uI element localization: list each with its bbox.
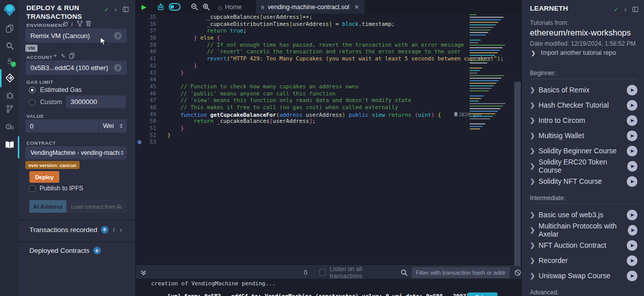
play-tutorial-button[interactable]: ▶	[627, 130, 637, 141]
custom-gas-option[interactable]: Custom	[29, 98, 62, 106]
gutter-margin[interactable]	[136, 111, 143, 118]
terminal-filter-input[interactable]	[412, 267, 510, 278]
file-explorer-icon[interactable]	[0, 24, 19, 33]
import-tutorial-row[interactable]: ❯ Import another tutorial repo	[531, 49, 616, 56]
gutter-margin[interactable]	[136, 125, 143, 132]
tutorial-item[interactable]: ❯Uniswap Swap Course▶	[530, 268, 637, 283]
tutorial-item[interactable]: ❯Multisig Wallet▶	[530, 128, 637, 143]
copy-account-icon[interactable]	[69, 53, 75, 59]
zoom-out-icon[interactable]	[191, 3, 198, 11]
learneth-book-icon[interactable]	[0, 141, 19, 149]
value-input[interactable]	[25, 119, 98, 133]
zoom-in-icon[interactable]	[202, 3, 210, 11]
deployed-contracts-row[interactable]: Deployed Contracts 0	[29, 247, 101, 254]
play-tutorial-button[interactable]: ▶	[627, 115, 637, 126]
gutter-margin[interactable]	[136, 42, 143, 49]
settings-icon[interactable]: ⚙⚙	[0, 122, 19, 131]
search-icon[interactable]	[0, 42, 19, 50]
learneth-pin-icon[interactable]	[632, 7, 638, 12]
ai-copilot-toggle[interactable]	[169, 3, 181, 11]
tutorial-item[interactable]: ❯Basics of Remix▶	[530, 82, 637, 97]
gutter-margin[interactable]	[136, 118, 143, 125]
gutter-margin[interactable]	[136, 14, 143, 21]
home-tab[interactable]: Home	[225, 4, 241, 11]
editor-minimap[interactable]	[468, 14, 513, 136]
debug-button[interactable]: Debug	[468, 292, 497, 296]
estimated-gas-radio[interactable]	[29, 87, 35, 93]
tutorial-item[interactable]: ❯Solidity ERC20 Token Course▶	[530, 158, 637, 174]
at-address-input[interactable]	[66, 200, 127, 213]
gutter-margin[interactable]	[136, 55, 143, 62]
environment-select[interactable]: Remix VM (Cancun)	[25, 28, 127, 43]
close-tab-icon[interactable]: ✕	[354, 4, 360, 11]
git-icon[interactable]	[0, 105, 19, 113]
gutter-margin[interactable]	[136, 90, 143, 97]
delete-state-trash-icon[interactable]	[86, 20, 91, 26]
gutter-margin[interactable]	[136, 132, 143, 139]
gutter-margin[interactable]	[136, 97, 143, 104]
play-tutorial-button[interactable]: ▶	[628, 225, 637, 236]
gutter-margin[interactable]	[136, 35, 143, 42]
tutorial-item[interactable]: ❯Solidity NFT Course▶	[530, 174, 637, 189]
tutorial-item[interactable]: ❯Multichain Protocols with Axelar▶	[530, 222, 637, 238]
panel-collapse-icon[interactable]: ›	[115, 6, 117, 13]
transactions-recorded-row[interactable]: Transactions recorded 0 i ›	[29, 225, 115, 234]
account-select[interactable]: 0x5B3...eddC4 (100 ether)	[25, 60, 127, 75]
vertical-scrollbar-thumb[interactable]	[514, 82, 521, 296]
edit-account-icon[interactable]: ✎	[61, 53, 65, 59]
publish-ipfs-checkbox[interactable]	[29, 185, 35, 192]
contract-select[interactable]: VendingMachine - vending-machin	[25, 146, 127, 159]
expand-terminal-icon[interactable]	[140, 270, 147, 276]
play-tutorial-button[interactable]: ▶	[627, 85, 637, 95]
breakpoint-dot[interactable]	[136, 139, 143, 146]
deploy-and-run-icon[interactable]	[0, 73, 19, 83]
solidity-compiler-icon[interactable]: S ✓	[0, 57, 19, 66]
custom-gas-radio[interactable]	[29, 99, 35, 106]
transactions-info-icon[interactable]: i	[113, 225, 115, 234]
value-unit-select[interactable]: Wei	[98, 119, 127, 133]
play-tutorial-button[interactable]: ▶	[627, 210, 637, 220]
play-tutorial-button[interactable]: ▶	[627, 271, 637, 281]
home-icon[interactable]: ⌂	[218, 3, 222, 11]
gutter-margin[interactable]	[136, 62, 143, 70]
learneth-collapse-icon[interactable]: ›	[624, 6, 626, 13]
gutter-margin[interactable]	[136, 21, 143, 28]
gutter-margin[interactable]	[136, 48, 143, 55]
clear-terminal-icon[interactable]	[514, 269, 521, 276]
gutter-margin[interactable]	[136, 70, 143, 77]
panel-pin-icon[interactable]	[123, 7, 129, 12]
code-viewport[interactable]: 35 _cupcakeBalances[userAddress]++;36 _c…	[136, 14, 521, 261]
run-script-play-icon[interactable]: ▶	[141, 3, 147, 11]
debugger-icon[interactable]	[0, 91, 19, 100]
custom-gas-input[interactable]	[66, 95, 126, 108]
ai-assistant-robot-icon[interactable]	[157, 3, 165, 11]
play-tutorial-button[interactable]: ▶	[627, 161, 637, 172]
play-tutorial-button[interactable]: ▶	[627, 146, 637, 156]
play-tutorial-button[interactable]: ▶	[627, 255, 637, 266]
environment-plug-icon[interactable]	[63, 21, 68, 27]
tutorial-item[interactable]: ❯Solidity Beginner Course▶	[530, 143, 637, 158]
play-tutorial-button[interactable]: ▶	[627, 240, 637, 251]
tutorial-item[interactable]: ❯Hash Checker Tutorial▶	[530, 97, 637, 113]
tutorial-item[interactable]: ❯Recorder▶	[530, 253, 637, 268]
file-tab[interactable]: S vending-machine-contract.sol ✕	[256, 0, 365, 14]
tutorial-item[interactable]: ❯Intro to Circom▶	[530, 113, 637, 128]
terminal-search-icon[interactable]	[401, 269, 408, 276]
transactions-expand-icon[interactable]: ›	[120, 226, 122, 234]
remix-logo-icon[interactable]	[0, 3, 19, 17]
deploy-button[interactable]: Deploy	[29, 171, 59, 183]
at-address-button[interactable]: At Address	[29, 200, 66, 213]
gutter-margin[interactable]	[136, 83, 143, 90]
gutter-margin[interactable]	[136, 27, 143, 35]
terminal-log[interactable]: creation of VendingMachine pending... [v…	[136, 279, 521, 296]
gutter-margin[interactable]	[136, 104, 143, 111]
tutorial-item[interactable]: ❯NFT Auction Contract▶	[530, 238, 637, 253]
estimated-gas-option[interactable]: Estimated Gas	[29, 86, 82, 93]
add-account-icon[interactable]: +	[53, 52, 57, 59]
play-tutorial-button[interactable]: ▶	[627, 100, 637, 111]
tutorial-item[interactable]: ❯Basic use of web3.js▶	[530, 207, 637, 222]
gutter-margin[interactable]	[136, 76, 143, 83]
environment-info-icon[interactable]: i	[71, 20, 73, 28]
listen-all-checkbox[interactable]	[319, 269, 326, 276]
publish-ipfs-row[interactable]: Publish to IPFS	[29, 185, 83, 192]
